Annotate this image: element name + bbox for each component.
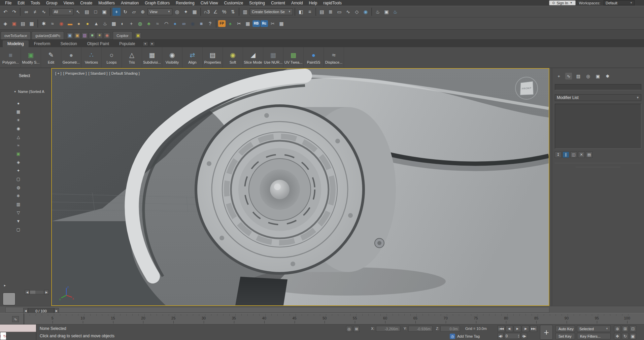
ribbon-tab[interactable]: Selection	[56, 40, 81, 47]
hierarchy-tab[interactable]: ▤	[575, 73, 582, 79]
ribbon-button-edit[interactable]: ✎ Edit	[41, 47, 61, 68]
y-coordinate-field[interactable]: -0.936m	[408, 326, 433, 332]
ribbon-button-vertices[interactable]: ∴ Vertices	[81, 47, 102, 68]
go-to-end-button[interactable]: ▶▶|	[530, 326, 537, 332]
teapot-icon[interactable]: ♨	[101, 20, 109, 28]
redo-icon[interactable]: ↷	[10, 8, 18, 16]
pin-explorer-icon[interactable]: ▢	[15, 227, 21, 232]
previous-key-icon[interactable]: ◀•	[498, 333, 504, 339]
isolate-selection-icon[interactable]: ◎	[346, 326, 352, 332]
perspective-viewport[interactable]: [ + ] [ Perspective ] [ Standard ] [ Def…	[51, 68, 549, 306]
menu-item[interactable]: Create	[77, 1, 95, 5]
paste-tool-icon[interactable]: ▣	[74, 32, 80, 39]
configure-modifier-sets-icon[interactable]: ▤	[586, 151, 592, 158]
chain-icon[interactable]: ∞	[180, 20, 188, 28]
workspace-dropdown[interactable]: Default ▼	[604, 0, 635, 5]
menu-item[interactable]: Tools	[28, 1, 43, 5]
snaps-toggle-icon[interactable]: ∩3	[203, 8, 211, 16]
ribbon-button-align[interactable]: ⇄ Align	[182, 47, 203, 68]
swirl-icon[interactable]: ◠	[162, 20, 170, 28]
edit-named-selection-sets-icon[interactable]: ▥	[241, 8, 249, 16]
select-and-manipulate-icon[interactable]: ✦	[182, 8, 190, 16]
angle-snap-icon[interactable]: ∠	[211, 8, 219, 16]
reference-coordinate-dropdown[interactable]: View ▼	[147, 8, 172, 15]
grid-array-icon[interactable]: ▤	[19, 20, 27, 28]
uv-grid-icon[interactable]: ▦	[244, 20, 252, 28]
gear-icon[interactable]: ✱	[40, 20, 48, 28]
add-key-button[interactable]: +	[540, 325, 553, 340]
percent-snap-icon[interactable]: %	[220, 8, 228, 16]
dark-sphere-icon[interactable]: ◐	[118, 20, 127, 28]
display-bones-icon[interactable]: ✦	[15, 168, 21, 173]
spinner-snap-icon[interactable]: ⇅	[229, 8, 237, 16]
camera-icon[interactable]: ◉	[57, 20, 65, 28]
ribbon-minimize-icon[interactable]: ●	[149, 41, 155, 46]
copy-tool-icon[interactable]: ▣	[67, 32, 73, 39]
ribbon-toggle-icon[interactable]: ▭	[335, 8, 343, 16]
scrollbar-track[interactable]	[30, 290, 44, 294]
zoom-extents-icon[interactable]: ⊡	[630, 326, 636, 332]
modify-tab[interactable]: ∿	[565, 73, 572, 79]
menu-item[interactable]: Arnold	[288, 1, 306, 5]
utilities-tab[interactable]: ✱	[604, 73, 611, 79]
ribbon-button-modify-selection[interactable]: ▣ Modify S...	[21, 47, 41, 68]
ribbon-button-visibility[interactable]: ◉ Visibility	[162, 47, 182, 68]
ribbon-button-use-nurms[interactable]: ▦ Use NUR...	[263, 47, 283, 68]
menu-item[interactable]: Content	[268, 1, 288, 5]
curve-editor-icon[interactable]: ∿	[344, 8, 352, 16]
mini-curve-editor-icon[interactable]: ∿	[12, 316, 19, 322]
select-by-name-icon[interactable]: ▤	[83, 8, 91, 16]
ribbon-button-displace[interactable]: ≈ Displace...	[324, 47, 344, 68]
macro-recorder-line[interactable]	[0, 325, 36, 332]
smoke-icon[interactable]: ≈	[154, 20, 162, 28]
viewport-general-menu[interactable]: [ + ]	[55, 71, 62, 75]
menu-item[interactable]: File	[2, 1, 14, 5]
scene-explorer-toggle-icon[interactable]: ▤	[318, 8, 326, 16]
display-xrefs-icon[interactable]: ◈	[15, 159, 21, 165]
railclone-color-badge[interactable]: Rc	[261, 20, 268, 27]
spinner-icon[interactable]: ▴▾	[518, 334, 519, 338]
sign-in-button[interactable]: ⊙ Sign In ▼	[549, 0, 576, 5]
create-tab[interactable]: +	[555, 73, 562, 79]
ribbon-button-polygon[interactable]: ■ Polygon...	[1, 47, 21, 68]
viewcube-front-face[interactable]: FRONT	[520, 81, 534, 95]
undo-icon[interactable]: ↶	[1, 8, 9, 16]
menu-item[interactable]: Animation	[118, 1, 142, 5]
make-unique-icon[interactable]: ◫	[570, 151, 577, 158]
lattice-icon[interactable]: ▩	[110, 20, 118, 28]
object-name-field[interactable]	[555, 84, 641, 90]
ribbon-button-soft[interactable]: ◉ Soft	[223, 47, 243, 68]
menu-item[interactable]: Modifiers	[95, 1, 118, 5]
menu-item[interactable]: Edit	[14, 1, 28, 5]
material-editor-icon[interactable]: ◉	[362, 8, 370, 16]
track-bar[interactable]: ∿ 51015202530354045505560657075808590951…	[0, 313, 644, 325]
time-slider-track[interactable]: ◀ 0 / 100 ▶	[5, 307, 549, 313]
tab-copitor[interactable]: Copitor	[113, 31, 132, 39]
maximize-viewport-icon[interactable]: ▣	[630, 333, 636, 339]
help-icon[interactable]: ?	[206, 20, 214, 28]
select-and-place-icon[interactable]: ⊕	[139, 8, 147, 16]
ribbon-button-subdivision[interactable]: ▦ Subdivisi...	[142, 47, 162, 68]
keyboard-override-icon[interactable]: ▦	[191, 8, 199, 16]
menu-item[interactable]: Civil View	[198, 1, 221, 5]
use-pivot-center-icon[interactable]: ◎	[173, 8, 181, 16]
named-selection-sets-dropdown[interactable]: Create Selection Se ▼	[250, 8, 293, 15]
ribbon-tab[interactable]: Freeform	[29, 40, 55, 47]
z-coordinate-field[interactable]: 0.0m	[440, 326, 460, 332]
render-setup-icon[interactable]: ♨	[374, 8, 382, 16]
orbit-icon[interactable]: ↻	[622, 333, 629, 339]
modifier-stack[interactable]	[555, 104, 641, 149]
ribbon-tab[interactable]: Object Paint	[82, 40, 114, 47]
align-icon[interactable]: ≡	[306, 8, 314, 16]
cube-icon[interactable]: ■	[197, 20, 205, 28]
geometry-tool-icon[interactable]: ■	[89, 32, 95, 39]
selection-lock-icon[interactable]: ⊠	[353, 326, 360, 332]
add-time-tag[interactable]: ◷ Add Time Tag	[450, 334, 480, 339]
camera-tool-icon[interactable]: ◉	[104, 32, 110, 39]
set-key-button[interactable]: Set Key	[555, 333, 575, 339]
scene-explorer-column-header[interactable]: ● Name (Sorted A	[14, 90, 44, 94]
rendered-frame-icon[interactable]: ▣	[382, 8, 391, 16]
viewport-renderer-menu[interactable]: [ Standard ]	[88, 71, 107, 75]
globe-icon[interactable]: ◍	[136, 20, 144, 28]
display-lights-icon[interactable]: ☀	[15, 117, 21, 123]
